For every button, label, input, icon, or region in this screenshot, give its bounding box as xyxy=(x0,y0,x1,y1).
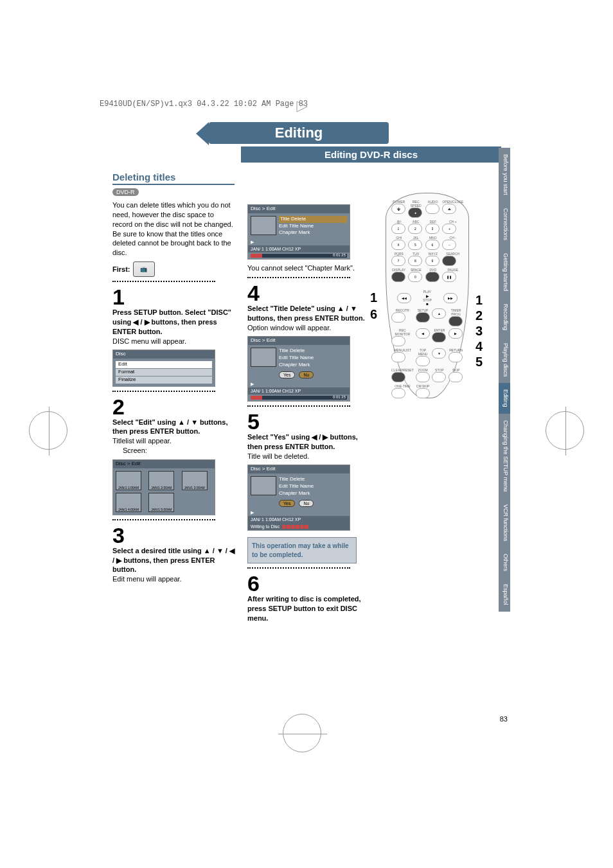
rec-speed-button[interactable]: ● xyxy=(408,208,422,218)
ch-up-button[interactable]: + xyxy=(442,224,456,234)
num-1-button[interactable]: 1 xyxy=(391,224,405,234)
divider xyxy=(112,281,215,282)
step-2-sub: Titlelist will appear. xyxy=(112,436,235,446)
edit-screen-a: Disc > Edit Title Delete Edit Title Name… xyxy=(247,204,350,260)
crop-mark-bottom xyxy=(283,714,321,752)
footer-info: JAN/ 1 1:00AM CH12 XP xyxy=(251,246,301,252)
thumb xyxy=(251,476,276,495)
menu-item: Title Delete xyxy=(279,348,347,355)
num-8-button[interactable]: 8 xyxy=(408,256,422,266)
disc-menu-item-edit: Edit xyxy=(116,361,212,368)
recotr-button[interactable] xyxy=(391,312,405,323)
callout-box: This operation may take a while to be co… xyxy=(247,537,357,563)
pause-button[interactable]: ❚❚ xyxy=(442,272,456,282)
disc-menu-item-format: Format xyxy=(116,369,212,376)
tab-recording[interactable]: Recording xyxy=(499,297,510,337)
thumb-label: JAN/1 2:00AM xyxy=(149,486,173,490)
dvdr-badge: DVD-R xyxy=(112,188,139,196)
audio-button[interactable] xyxy=(425,204,440,214)
num-9-button[interactable]: 9 xyxy=(425,256,440,266)
remote-label: JKL xyxy=(408,236,423,240)
tab-others[interactable]: Others xyxy=(499,547,510,578)
rew-button[interactable]: ◀◀ xyxy=(397,293,411,303)
print-header: E9410UD(EN/SP)v1.qx3 04.3.22 10:02 AM Pa… xyxy=(100,100,308,109)
onetime-button[interactable] xyxy=(391,388,405,398)
remote-label: POWER xyxy=(391,200,406,204)
thumb: JAN/1 3:00AM xyxy=(182,471,208,490)
timer-button[interactable] xyxy=(449,316,463,326)
remote-label: ENTER xyxy=(432,328,447,332)
section-title: Deleting titles xyxy=(112,172,235,185)
tab-vcr[interactable]: VCR functions xyxy=(499,498,510,548)
tab-setup[interactable]: Changing the SETUP menu xyxy=(499,414,510,498)
edit-screen-c: Disc > Edit Title Delete Edit Title Name… xyxy=(247,465,350,531)
tab-getting-started[interactable]: Getting started xyxy=(499,247,510,297)
num-3-button[interactable]: 3 xyxy=(425,224,440,234)
enter-button[interactable] xyxy=(432,332,446,342)
menu-item: Edit Title Name xyxy=(279,223,347,230)
skip-button[interactable] xyxy=(449,372,463,382)
remote-label: ONE-TIME xyxy=(391,384,414,388)
first-label: First: xyxy=(112,265,130,274)
search-button[interactable] xyxy=(442,256,456,266)
clear-button[interactable] xyxy=(391,372,405,382)
return-button[interactable] xyxy=(449,352,463,362)
down-button[interactable]: ▼ xyxy=(432,348,446,359)
num-4-button[interactable]: 4 xyxy=(391,240,405,250)
remote-label: DVD xyxy=(425,268,440,272)
page-fold-icon xyxy=(296,100,308,113)
power-button[interactable]: ⏻ xyxy=(391,204,405,214)
stop-btn[interactable] xyxy=(432,372,446,382)
step-4-instruction: Select "Title Delete" using ▲ / ▼ button… xyxy=(247,304,369,323)
remote-label: TOP MENU xyxy=(416,348,431,356)
dvd-button[interactable] xyxy=(425,272,440,282)
tab-editing[interactable]: Editing xyxy=(499,383,510,414)
left-button[interactable]: ◀ xyxy=(416,328,430,339)
remote-label: AUDIO xyxy=(425,200,440,204)
remote-label: DISPLAY xyxy=(391,268,406,272)
zoom-button[interactable] xyxy=(416,372,430,382)
remote-label: PAUSE xyxy=(442,268,463,272)
remote-label: .@/: xyxy=(391,220,406,224)
top-menu-button[interactable] xyxy=(416,356,430,366)
menu-button[interactable] xyxy=(391,352,405,362)
right-button[interactable]: ▶ xyxy=(449,328,463,339)
remote-label: CH + xyxy=(442,220,463,224)
tab-playing[interactable]: Playing discs xyxy=(499,337,510,384)
num-5-button[interactable]: 5 xyxy=(408,240,422,250)
divider xyxy=(112,519,215,520)
menu-item: Title Delete xyxy=(279,476,347,483)
num-6-button[interactable]: 6 xyxy=(425,240,440,250)
cmskip-button[interactable] xyxy=(416,388,430,398)
setup-button[interactable] xyxy=(416,312,430,323)
step-5-sub: Title will be deleted. xyxy=(247,452,369,461)
remote-label: SPACE xyxy=(408,268,423,272)
tab-before[interactable]: Before you start xyxy=(499,148,510,202)
open-close-button[interactable]: ⏏ xyxy=(442,204,456,214)
rec-monitor-button[interactable] xyxy=(391,336,405,346)
marker: 2 xyxy=(475,308,483,323)
sub-banner: Editing DVD-R discs xyxy=(241,146,501,163)
divider xyxy=(112,391,215,392)
up-button[interactable]: ▲ xyxy=(432,308,446,319)
marker: 3 xyxy=(475,323,483,339)
tab-connections[interactable]: Connections xyxy=(499,202,510,247)
num-0-button[interactable]: 0 xyxy=(408,272,422,282)
divider xyxy=(247,567,350,569)
display-button[interactable] xyxy=(391,272,405,282)
ch-down-button[interactable]: − xyxy=(442,240,456,250)
num-2-button[interactable]: 2 xyxy=(408,224,422,234)
num-7-button[interactable]: 7 xyxy=(391,256,405,266)
marker: 4 xyxy=(475,339,483,354)
remote-label: SEARCH xyxy=(442,252,463,256)
step-6-number: 6 xyxy=(247,572,369,594)
screen-header: Disc > Edit xyxy=(248,337,350,345)
remote-label: CM SKIP xyxy=(416,384,431,388)
remote-marker-1: 1 xyxy=(370,290,377,305)
tab-espanol[interactable]: Español xyxy=(499,578,510,612)
note: You cannot select "Chapter Mark". xyxy=(247,263,369,273)
writing-label: Writing to Disc xyxy=(251,524,280,529)
column-1: You can delete titles which you do not n… xyxy=(112,200,235,623)
ff-button[interactable]: ▶▶ xyxy=(443,293,458,303)
menu-item: Edit Title Name xyxy=(279,483,347,490)
